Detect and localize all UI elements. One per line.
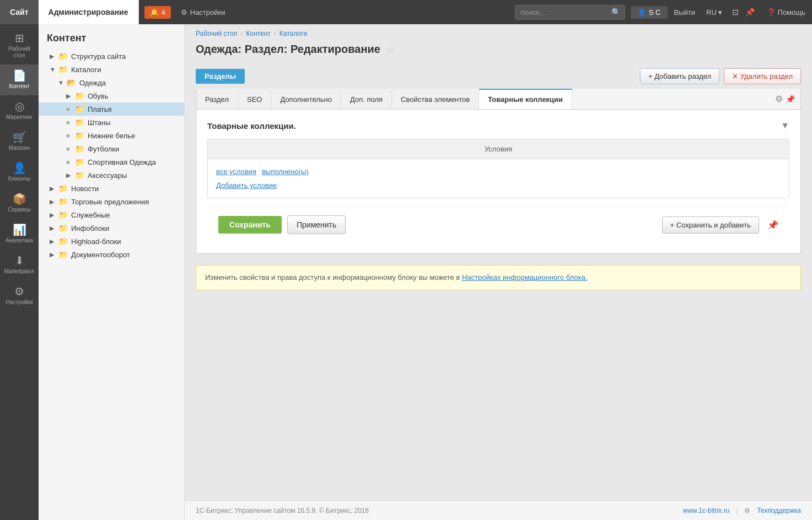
footer-right: www.1c-bitrix.ru | ⚙ Техподдержка bbox=[683, 507, 801, 514]
add-section-button[interactable]: + Добавить раздел bbox=[640, 68, 719, 84]
tab-element-props[interactable]: Свойства элементов bbox=[392, 89, 479, 109]
arrow-icon: ■ bbox=[66, 119, 73, 126]
dashboard-label: Рабочий стол bbox=[3, 46, 36, 59]
breadcrumb-sep: › bbox=[240, 30, 243, 37]
spacer bbox=[185, 301, 812, 501]
tree-item-sportswear[interactable]: ■ 📁 Спортивная Одежда bbox=[39, 155, 184, 169]
tree-label: Каталоги bbox=[71, 66, 179, 74]
page-title: Одежда: Раздел: Редактирование bbox=[196, 43, 380, 56]
info-box-link[interactable]: Настройках информационного блока. bbox=[462, 273, 587, 281]
tree-item-news[interactable]: ▶ 📁 Новости bbox=[39, 182, 184, 195]
site-button[interactable]: Сайт bbox=[0, 0, 39, 24]
tree-item-clothing[interactable]: ▼ 📂 Одежда bbox=[39, 76, 184, 89]
pin-tab-icon[interactable]: 📌 bbox=[786, 95, 795, 104]
tab-extra-fields[interactable]: Доп. поля bbox=[341, 89, 392, 109]
all-conditions-link[interactable]: все условия bbox=[216, 167, 256, 176]
tree-item-tshirts[interactable]: ■ 📁 Футболки bbox=[39, 142, 184, 155]
delete-section-button[interactable]: ✕ Удалить раздел bbox=[724, 68, 801, 84]
arrow-icon: ▶ bbox=[50, 238, 56, 245]
folder-icon: 📁 bbox=[75, 91, 84, 100]
admin-button[interactable]: Администрирование bbox=[39, 0, 139, 24]
add-condition-link[interactable]: Добавить условие bbox=[216, 181, 781, 189]
sidebar-item-settings[interactable]: ⚙ Настройки bbox=[0, 280, 39, 311]
save-button[interactable]: Сохранить bbox=[218, 216, 282, 234]
form-area: Раздел SEO Дополнительно Доп. поля Свойс… bbox=[196, 89, 801, 254]
arrow-icon: ■ bbox=[66, 145, 73, 152]
save-add-button[interactable]: + Сохранить и добавить bbox=[662, 216, 759, 234]
folder-icon: 📁 bbox=[75, 158, 84, 166]
tree-item-underwear[interactable]: ■ 📁 Нижнее белье bbox=[39, 129, 184, 142]
folder-icon: 📁 bbox=[75, 131, 84, 140]
tree-label: Платья bbox=[88, 105, 179, 113]
sidebar-item-shop[interactable]: 🛒 Магазин bbox=[0, 126, 39, 157]
folder-icon: 📁 bbox=[58, 197, 68, 206]
tree-item-accessories[interactable]: ▶ 📁 Аксессуары bbox=[39, 169, 184, 182]
folder-icon: 📁 bbox=[58, 210, 68, 219]
info-box-text: Изменить свойства и права доступа к инфо… bbox=[205, 273, 462, 281]
gear-tab-icon[interactable]: ⚙ bbox=[775, 94, 783, 104]
lang-button[interactable]: RU ▾ bbox=[702, 8, 727, 17]
pin-icon[interactable]: 📌 bbox=[745, 8, 755, 17]
footer-link-bitrix[interactable]: www.1c-bitrix.ru bbox=[683, 507, 730, 514]
folder-icon: 📁 bbox=[58, 224, 68, 232]
tab-additional[interactable]: Дополнительно bbox=[271, 89, 341, 109]
apply-button[interactable]: Применить bbox=[287, 215, 346, 234]
settings-button[interactable]: ⚙ Настройки bbox=[175, 8, 231, 17]
tree-item-catalogs[interactable]: ▼ 📁 Каталоги bbox=[39, 63, 184, 76]
fulfilled-conditions-link[interactable]: выполнено(ы) bbox=[262, 167, 309, 176]
tree-item-pants[interactable]: ■ 📁 Штаны bbox=[39, 116, 184, 129]
panel-collapse-icon[interactable]: ▼ bbox=[781, 121, 789, 131]
tree-item-shoes[interactable]: ▶ 📁 Обувь bbox=[39, 89, 184, 102]
arrow-icon: ▶ bbox=[50, 198, 56, 205]
footer-link-support[interactable]: Техподдержка bbox=[757, 507, 801, 514]
panel-title-text: Товарные коллекции. bbox=[207, 121, 296, 131]
exit-button[interactable]: Выйти bbox=[668, 8, 702, 17]
tab-seo[interactable]: SEO bbox=[238, 89, 271, 109]
folder-icon: 📁 bbox=[75, 118, 84, 127]
tree-item-infoblocks[interactable]: ▶ 📁 Инфоблоки bbox=[39, 221, 184, 235]
dashboard-icon: ⊞ bbox=[15, 32, 24, 44]
clients-label: Клиенты bbox=[8, 176, 30, 182]
folder-icon: 📁 bbox=[58, 52, 68, 61]
tree-item-dresses[interactable]: ■ 📁 Платья bbox=[39, 102, 184, 116]
tree-label: Документооборот bbox=[71, 251, 179, 259]
search-input[interactable] bbox=[515, 5, 625, 20]
folder-icon: 📂 bbox=[67, 78, 76, 87]
notifications-button[interactable]: 🔔 4 bbox=[144, 6, 171, 19]
arrow-icon: ▶ bbox=[66, 93, 73, 100]
favorite-star-icon[interactable]: ☆ bbox=[386, 44, 395, 56]
breadcrumb-catalogs[interactable]: Каталоги bbox=[279, 30, 307, 37]
sidebar-item-dashboard[interactable]: ⊞ Рабочий стол bbox=[0, 27, 39, 64]
sidebar-item-marketing[interactable]: ◎ Маркетинг bbox=[0, 95, 39, 126]
tree-item-service[interactable]: ▶ 📁 Служебные bbox=[39, 208, 184, 221]
tab-actions: ⚙ 📌 bbox=[775, 94, 800, 104]
display-icon[interactable]: ⊡ bbox=[732, 8, 739, 17]
breadcrumb-dashboard[interactable]: Рабочий стол bbox=[196, 30, 237, 37]
sidebar-item-marketplace[interactable]: ⬇ Marketplace bbox=[0, 250, 39, 280]
gear-footer-icon: ⚙ bbox=[744, 507, 750, 514]
breadcrumb: Рабочий стол › Контент › Каталоги bbox=[185, 24, 812, 40]
page-header-actions: Разделы + Добавить раздел ✕ Удалить разд… bbox=[185, 64, 812, 89]
tree-item-site-structure[interactable]: ▶ 📁 Структура сайта bbox=[39, 50, 184, 63]
breadcrumb-content[interactable]: Контент bbox=[246, 30, 270, 37]
help-button[interactable]: ❓ Помощь bbox=[760, 8, 812, 17]
tree-label: Штаны bbox=[88, 118, 179, 127]
sidebar-item-clients[interactable]: 👤 Клиенты bbox=[0, 157, 39, 188]
marketplace-label: Marketplace bbox=[4, 268, 34, 275]
tree-item-highload[interactable]: ▶ 📁 Highload-блоки bbox=[39, 235, 184, 248]
tab-product-collections[interactable]: Товарные коллекции bbox=[479, 89, 572, 109]
sidebar-item-content[interactable]: 📄 Контент bbox=[0, 64, 39, 95]
save-bar-pin-icon[interactable]: 📌 bbox=[767, 220, 778, 230]
sidebar-item-analytics[interactable]: 📊 Аналитика bbox=[0, 219, 39, 250]
user-button[interactable]: 👤 S C bbox=[631, 6, 668, 19]
tree-item-trade-offers[interactable]: ▶ 📁 Торговые предложения bbox=[39, 195, 184, 208]
content-icon: 📄 bbox=[13, 70, 26, 81]
settings-icon: ⚙ bbox=[14, 286, 24, 297]
sidebar-item-services[interactable]: 📦 Сервисы bbox=[0, 188, 39, 219]
arrow-icon: ▶ bbox=[66, 172, 73, 179]
sections-button[interactable]: Разделы bbox=[196, 69, 245, 84]
tree-item-docflow[interactable]: ▶ 📁 Документооборот bbox=[39, 248, 184, 261]
bell-icon: 🔔 bbox=[150, 8, 159, 17]
tree-label: Новости bbox=[71, 185, 179, 193]
tab-razdel[interactable]: Раздел bbox=[196, 89, 238, 109]
